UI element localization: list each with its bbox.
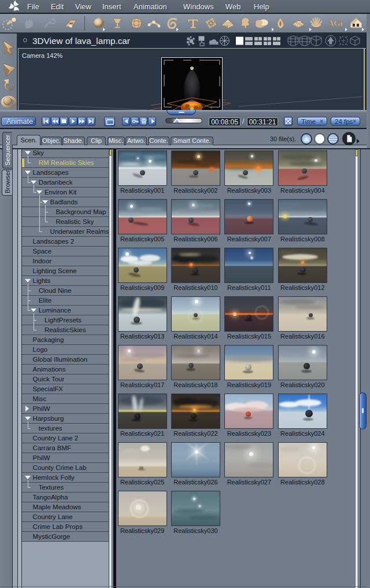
svg-text:AGr: AGr — [328, 19, 343, 28]
